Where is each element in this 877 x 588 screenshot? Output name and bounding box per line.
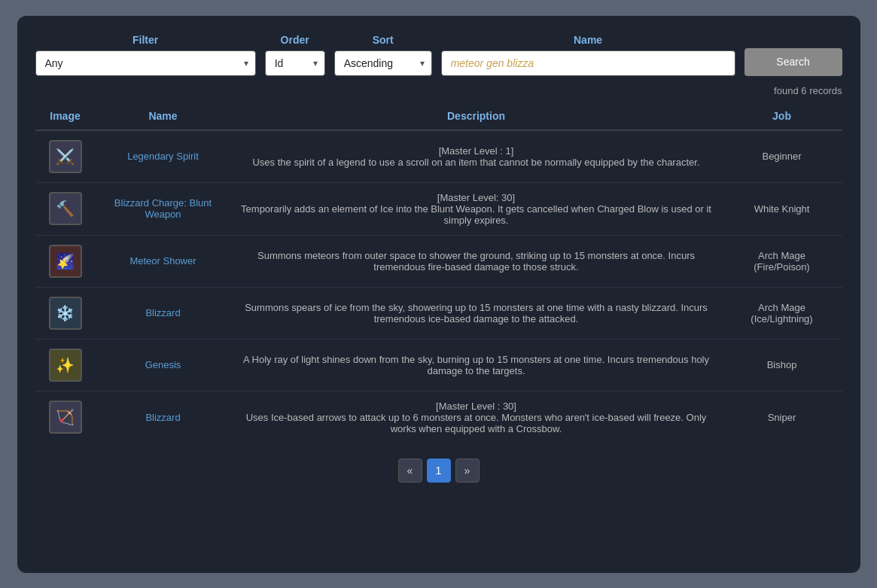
skill-job-cell: Beginner [722, 130, 842, 183]
skill-name-link[interactable]: Blizzard [145, 307, 180, 318]
name-label: Name [441, 34, 735, 46]
table-header-row: Image Name Description Job [35, 102, 842, 130]
col-header-image: Image [35, 102, 96, 130]
skill-name-link[interactable]: Blizzard [145, 412, 180, 423]
sort-group: Sort Ascending [334, 34, 432, 76]
search-button[interactable]: Search [745, 48, 842, 76]
sort-select-wrapper: Ascending [334, 50, 432, 76]
skill-name-link[interactable]: Genesis [145, 359, 181, 370]
skill-name-cell[interactable]: Blizzard Charge: Blunt Weapon [96, 182, 231, 235]
skill-description-cell: Summons spears of ice from the sky, show… [231, 287, 722, 339]
skill-image-cell: ❄️ [35, 287, 96, 339]
skill-name-cell[interactable]: Blizzard [96, 391, 231, 443]
filter-select[interactable]: Any [35, 50, 256, 76]
sort-select[interactable]: Ascending [334, 50, 432, 76]
order-select[interactable]: Id [265, 50, 325, 76]
skill-image-cell: ⚔️ [35, 130, 96, 183]
sort-label: Sort [334, 34, 432, 46]
table-row: ✨GenesisA Holy ray of light shines down … [35, 339, 842, 391]
skill-name-cell[interactable]: Blizzard [96, 287, 231, 339]
next-page-button[interactable]: » [455, 459, 480, 483]
order-label: Order [265, 34, 325, 46]
filter-label: Filter [35, 34, 256, 46]
name-group: Name [441, 34, 735, 76]
skill-icon: ❄️ [49, 297, 82, 330]
skill-icon: 🏹 [49, 401, 82, 434]
skill-name-link[interactable]: Meteor Shower [129, 255, 196, 267]
order-select-wrapper: Id [265, 50, 325, 76]
skill-job-cell: Arch Mage(Ice/Lightning) [722, 287, 842, 339]
skill-icon: 🔨 [49, 192, 82, 225]
filter-select-wrapper: Any [35, 50, 256, 76]
col-header-name: Name [96, 102, 231, 130]
skill-description-cell: [Master Level: 30]Temporarily adds an el… [231, 182, 722, 235]
skill-description-cell: [Master Level : 1]Uses the spirit of a l… [231, 130, 722, 183]
table-row: 🔨Blizzard Charge: Blunt Weapon[Master Le… [35, 182, 842, 235]
record-count: 6 [801, 85, 806, 96]
skill-icon: 🌠 [49, 245, 82, 278]
skill-icon: ⚔️ [49, 140, 82, 173]
controls-bar: Filter Any Order Id Sort Ascending [35, 34, 842, 76]
skill-name-cell[interactable]: Legendary Spirit [96, 130, 231, 183]
skill-job-cell: Sniper [722, 391, 842, 443]
page-1-button[interactable]: 1 [427, 459, 451, 483]
skill-image-cell: 🌠 [35, 235, 96, 287]
skill-name-cell[interactable]: Genesis [96, 339, 231, 391]
col-header-desc: Description [231, 102, 722, 130]
skill-name-cell[interactable]: Meteor Shower [96, 235, 231, 287]
skill-icon: ✨ [49, 349, 82, 382]
search-group: Search [745, 48, 842, 76]
skill-image-cell: ✨ [35, 339, 96, 391]
name-input[interactable] [441, 50, 735, 76]
order-group: Order Id [265, 34, 325, 76]
skill-job-cell: Arch Mage(Fire/Poison) [722, 235, 842, 287]
records-text: records [809, 85, 842, 96]
main-container: Filter Any Order Id Sort Ascending [17, 16, 860, 573]
skill-job-cell: White Knight [722, 182, 842, 235]
skill-description-cell: A Holy ray of light shines down from the… [231, 339, 722, 391]
skill-name-link[interactable]: Blizzard Charge: Blunt Weapon [114, 197, 212, 220]
skill-image-cell: 🏹 [35, 391, 96, 443]
results-count: found 6 records [35, 85, 842, 96]
table-row: 🏹Blizzard[Master Level : 30]Uses Ice-bas… [35, 391, 842, 443]
skill-image-cell: 🔨 [35, 182, 96, 235]
found-text: found [774, 85, 799, 96]
skills-table: Image Name Description Job ⚔️Legendary S… [35, 102, 842, 443]
table-row: ⚔️Legendary Spirit[Master Level : 1]Uses… [35, 130, 842, 183]
pagination: « 1 » [35, 459, 842, 483]
col-header-job: Job [722, 102, 842, 130]
filter-group: Filter Any [35, 34, 256, 76]
prev-page-button[interactable]: « [398, 459, 422, 483]
skill-description-cell: [Master Level : 30]Uses Ice-based arrows… [231, 391, 722, 443]
table-row: ❄️BlizzardSummons spears of ice from the… [35, 287, 842, 339]
skill-job-cell: Bishop [722, 339, 842, 391]
table-row: 🌠Meteor ShowerSummons meteors from outer… [35, 235, 842, 287]
skill-description-cell: Summons meteors from outer space to show… [231, 235, 722, 287]
skill-name-link[interactable]: Legendary Spirit [127, 151, 199, 162]
